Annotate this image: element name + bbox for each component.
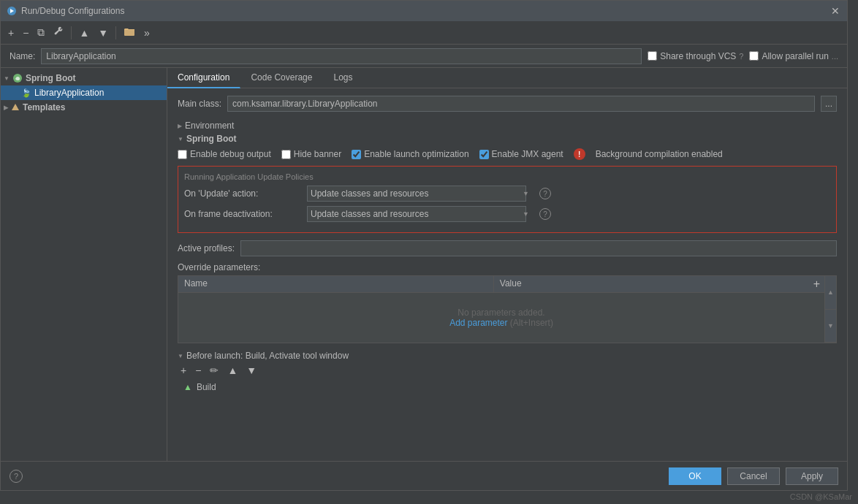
bl-up-button[interactable]: ▲ <box>224 364 240 377</box>
bottom-bar: ? OK Cancel Apply <box>1 461 847 490</box>
params-main: Name Value + No parameters added. Add pa… <box>178 276 824 343</box>
on-frame-select[interactable]: Update classes and resources Update reso… <box>307 206 526 222</box>
down-button[interactable]: ▼ <box>95 26 111 40</box>
toolbar-separator-2 <box>115 26 116 39</box>
before-launch-toolbar: + − ✏ ▲ ▼ <box>178 364 837 377</box>
sidebar-spring-boot-label: Spring Boot <box>26 73 76 83</box>
name-label: Name: <box>10 51 35 61</box>
templates-icon <box>11 103 20 112</box>
build-item: ▲ Build <box>178 380 837 394</box>
ok-button[interactable]: OK <box>669 467 721 485</box>
add-param-area: Add parameter (Alt+Insert) <box>193 318 810 328</box>
enable-debug-checkbox[interactable] <box>178 150 187 159</box>
sidebar-spring-boot-group[interactable]: ▼ Spring Boot <box>1 71 167 85</box>
enable-debug-label[interactable]: Enable debug output <box>190 149 271 159</box>
sidebar-templates-group[interactable]: ▶ Templates <box>1 100 167 115</box>
params-scroll: ▲ ▼ <box>824 276 836 343</box>
spring-boot-triangle-icon: ▼ <box>178 136 183 142</box>
share-vcs-help-icon: ? <box>739 52 743 61</box>
close-button[interactable]: ✕ <box>829 5 841 17</box>
wrench-button[interactable] <box>50 25 67 40</box>
tab-code-coverage[interactable]: Code Coverage <box>240 68 323 88</box>
on-update-select[interactable]: Update classes and resources Update reso… <box>307 186 526 202</box>
apply-button[interactable]: Apply <box>786 467 838 485</box>
share-vcs-label[interactable]: Share through VCS <box>660 51 736 61</box>
main-class-label: Main class: <box>178 99 221 109</box>
allow-parallel-label[interactable]: Allow parallel run <box>762 51 828 61</box>
params-scroll-down-button[interactable]: ▼ <box>825 310 836 343</box>
hide-banner-checkbox[interactable] <box>281 150 291 159</box>
main-class-input[interactable] <box>227 96 815 112</box>
bl-down-button[interactable]: ▼ <box>243 364 259 377</box>
bottom-buttons: OK Cancel Apply <box>669 467 838 485</box>
bl-remove-button[interactable]: − <box>192 364 204 377</box>
params-empty-area: No parameters added. Add parameter (Alt+… <box>178 293 824 343</box>
more-button[interactable]: » <box>141 26 153 40</box>
tab-logs[interactable]: Logs <box>323 68 363 88</box>
enable-launch-label[interactable]: Enable launch optimization <box>364 149 468 159</box>
up-button[interactable]: ▲ <box>76 26 92 40</box>
copy-button[interactable]: ⧉ <box>34 25 48 40</box>
params-scroll-up-button[interactable]: ▲ <box>825 276 836 310</box>
svg-marker-4 <box>12 104 19 110</box>
main-class-row: Main class: ... <box>178 96 837 112</box>
share-vcs-row: Share through VCS ? <box>648 51 743 61</box>
environment-triangle-icon: ▶ <box>178 123 182 129</box>
spring-boot-section-label: Spring Boot <box>186 134 237 144</box>
tabs: Configuration Code Coverage Logs <box>167 68 847 88</box>
main-content: ▼ Spring Boot 🍃 LibraryApplication ▶ Tem… <box>1 68 847 461</box>
on-update-help-icon[interactable]: ? <box>539 188 551 199</box>
before-launch-label: Before launch: Build, Activate tool wind… <box>186 351 349 361</box>
on-update-label: On 'Update' action: <box>184 188 301 199</box>
before-launch-header[interactable]: ▼ Before launch: Build, Activate tool wi… <box>178 351 837 361</box>
allow-parallel-help-icon: ... <box>832 52 838 61</box>
expand-triangle-icon: ▼ <box>4 75 10 82</box>
name-input[interactable] <box>41 48 642 64</box>
before-launch-triangle-icon: ▼ <box>178 353 183 359</box>
expand-button[interactable] <box>121 25 138 40</box>
bl-edit-button[interactable]: ✏ <box>207 364 221 377</box>
params-table-header: Name Value + <box>178 276 824 293</box>
share-area: Share through VCS ? Allow parallel run .… <box>648 51 838 61</box>
folder-icon <box>124 26 135 37</box>
environment-section[interactable]: ▶ Environment <box>178 118 837 134</box>
add-button[interactable]: + <box>5 26 17 40</box>
on-update-select-wrapper: Update classes and resources Update reso… <box>307 186 534 202</box>
enable-jmx-label[interactable]: Enable JMX agent <box>492 149 563 159</box>
watermark: CSDN @KSaMar <box>790 492 852 501</box>
spring-boot-sidebar-icon <box>12 73 23 83</box>
toolbar: + − ⧉ ▲ ▼ » <box>1 21 847 45</box>
update-policies-title: Running Application Update Policies <box>184 172 830 181</box>
add-param-link[interactable]: Add parameter <box>449 318 507 328</box>
allow-parallel-row: Allow parallel run ... <box>749 51 838 61</box>
enable-launch-checkbox[interactable] <box>352 150 361 159</box>
cancel-button[interactable]: Cancel <box>727 467 780 485</box>
spring-boot-section: ▼ Spring Boot Enable debug output Hide b… <box>178 134 837 233</box>
enable-launch-row: Enable launch optimization <box>352 149 468 159</box>
share-vcs-checkbox[interactable] <box>648 51 657 61</box>
main-class-browse-button[interactable]: ... <box>821 96 837 112</box>
bl-add-button[interactable]: + <box>178 364 189 377</box>
spring-boot-section-header[interactable]: ▼ Spring Boot <box>178 134 837 144</box>
active-profiles-input[interactable] <box>240 240 837 256</box>
tab-configuration[interactable]: Configuration <box>167 68 240 88</box>
toolbar-separator-1 <box>71 26 72 39</box>
params-add-button[interactable]: + <box>809 276 824 292</box>
sidebar-library-application-label: LibraryApplication <box>34 88 104 98</box>
run-debug-dialog: Run/Debug Configurations ✕ + − ⧉ ▲ ▼ » N… <box>0 0 848 491</box>
on-frame-row: On frame deactivation: Update classes an… <box>184 206 830 222</box>
active-profiles-row: Active profiles: <box>178 240 837 256</box>
on-frame-help-icon[interactable]: ? <box>539 208 551 220</box>
svg-rect-2 <box>124 29 134 36</box>
allow-parallel-checkbox[interactable] <box>749 51 759 61</box>
help-button[interactable]: ? <box>10 470 23 483</box>
sidebar-library-application[interactable]: 🍃 LibraryApplication <box>1 85 167 100</box>
hide-banner-label[interactable]: Hide banner <box>294 149 341 159</box>
enable-jmx-checkbox[interactable] <box>479 150 489 159</box>
on-frame-select-wrapper: Update classes and resources Update reso… <box>307 206 534 222</box>
no-params-label: No parameters added. <box>193 308 810 318</box>
wrench-icon <box>53 26 64 37</box>
sidebar: ▼ Spring Boot 🍃 LibraryApplication ▶ Tem… <box>1 68 167 461</box>
override-params-section: Override parameters: Name Value + <box>178 262 837 343</box>
remove-button[interactable]: − <box>20 26 31 40</box>
